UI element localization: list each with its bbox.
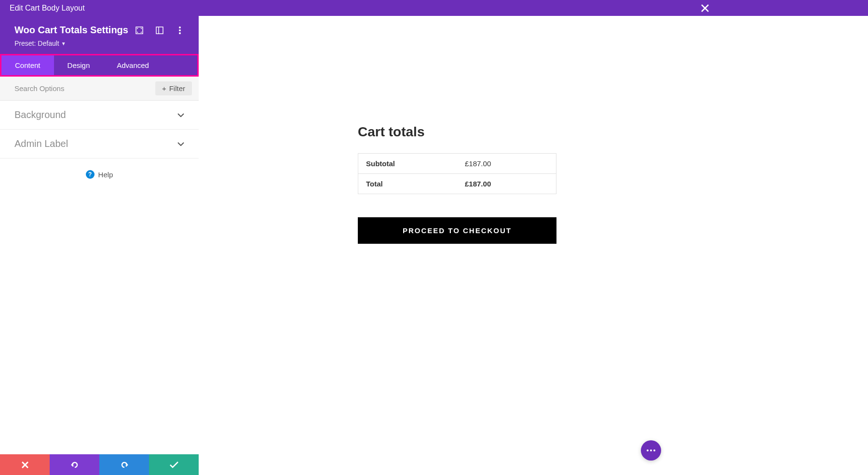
- total-value: £187.00: [457, 174, 556, 194]
- svg-rect-0: [136, 27, 143, 34]
- more-icon[interactable]: [176, 26, 184, 35]
- caret-down-icon: ▼: [61, 41, 66, 46]
- top-bar-title: Edit Cart Body Layout: [10, 4, 85, 13]
- help-icon: ?: [86, 170, 95, 179]
- preview-area: Cart totals Subtotal £187.00 Total £187.…: [199, 16, 868, 475]
- cancel-button[interactable]: [0, 454, 50, 475]
- accordion-background-label: Background: [14, 109, 66, 120]
- filter-label: Filter: [169, 84, 185, 92]
- svg-point-3: [179, 26, 181, 28]
- checkout-button[interactable]: PROCEED TO CHECKOUT: [358, 217, 556, 244]
- help-label: Help: [98, 171, 113, 179]
- cart-totals-table: Subtotal £187.00 Total £187.00: [358, 153, 556, 194]
- preset-label: Preset:: [14, 40, 36, 47]
- svg-point-5: [179, 32, 181, 34]
- chevron-down-icon: [177, 142, 184, 146]
- expand-icon[interactable]: [135, 26, 144, 35]
- settings-header: Woo Cart Totals Settings Preset: Default…: [0, 16, 199, 54]
- subtotal-row: Subtotal £187.00: [358, 154, 556, 174]
- accordion-background[interactable]: Background: [0, 101, 199, 130]
- chevron-down-icon: [177, 113, 184, 117]
- tab-advanced[interactable]: Advanced: [103, 55, 163, 75]
- fab-button[interactable]: [641, 440, 661, 461]
- plus-icon: +: [162, 84, 166, 92]
- more-horizontal-icon: [647, 449, 655, 451]
- svg-point-4: [179, 29, 181, 31]
- accordion-admin-label-label: Admin Label: [14, 138, 68, 149]
- total-row: Total £187.00: [358, 174, 556, 194]
- top-bar: Edit Cart Body Layout: [0, 0, 868, 16]
- search-row: + Filter: [0, 77, 199, 101]
- cart-totals-title: Cart totals: [358, 124, 424, 140]
- total-label: Total: [358, 174, 458, 194]
- search-input[interactable]: [14, 84, 155, 92]
- svg-rect-1: [156, 27, 163, 34]
- subtotal-label: Subtotal: [358, 154, 458, 174]
- settings-sidebar: Woo Cart Totals Settings Preset: Default…: [0, 16, 199, 475]
- tab-design[interactable]: Design: [54, 55, 104, 75]
- footer-buttons: [0, 454, 199, 475]
- close-icon[interactable]: [701, 4, 709, 12]
- settings-title: Woo Cart Totals Settings: [14, 25, 128, 36]
- undo-button[interactable]: [50, 454, 99, 475]
- preset-value: Default: [38, 40, 59, 47]
- redo-button[interactable]: [99, 454, 149, 475]
- preset-selector[interactable]: Preset: Default ▼: [14, 40, 184, 47]
- sidebar-toggle-icon[interactable]: [155, 26, 164, 35]
- tabs-bar: Content Design Advanced: [0, 54, 199, 77]
- subtotal-value: £187.00: [457, 154, 556, 174]
- accordion-admin-label[interactable]: Admin Label: [0, 130, 199, 158]
- help-link[interactable]: ? Help: [0, 158, 199, 190]
- tab-content[interactable]: Content: [1, 55, 54, 75]
- filter-button[interactable]: + Filter: [155, 81, 192, 95]
- save-button[interactable]: [149, 454, 199, 475]
